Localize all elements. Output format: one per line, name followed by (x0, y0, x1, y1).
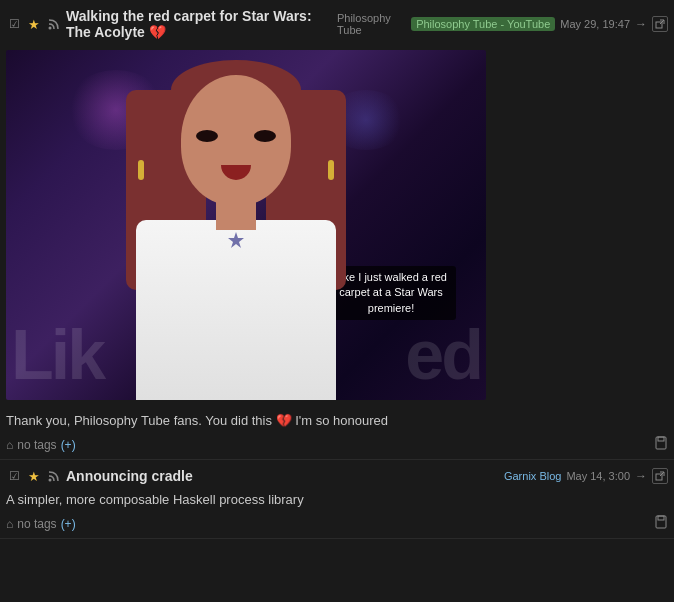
entry-2: ☑ ★ Announcing cradle Garnix Blog May 14… (0, 460, 674, 539)
entry-1-thumbnail[interactable]: Lik ed Like I just walked a red carpet a… (6, 50, 486, 400)
star-icon-1[interactable]: ★ (26, 16, 42, 32)
entry-2-body: A simpler, more composable Haskell proce… (6, 490, 668, 509)
entry-2-tag-add[interactable]: (+) (61, 517, 76, 531)
entry-1-tag-add[interactable]: (+) (61, 438, 76, 452)
svg-rect-10 (658, 516, 664, 520)
entry-1: ☑ ★ Walking the red carpet for Star Wars… (0, 0, 674, 460)
entry-2-date: May 14, 3:00 (566, 470, 630, 482)
entry-1-meta: Philosophy Tube - YouTube May 29, 19:47 … (411, 16, 668, 32)
rss-icon-1[interactable] (46, 16, 62, 32)
star-icon-2[interactable]: ★ (26, 468, 42, 484)
entry-1-tags-label: no tags (17, 438, 56, 452)
entry-2-save[interactable] (654, 515, 668, 532)
entry-2-meta: Garnix Blog May 14, 3:00 → (504, 468, 668, 484)
entry-2-header: ☑ ★ Announcing cradle Garnix Blog May 14… (6, 468, 668, 484)
entry-1-header-left: ☑ ★ Walking the red carpet for Star Wars… (6, 8, 399, 40)
arrow-icon-2[interactable]: → (635, 469, 647, 483)
rss-icon-2[interactable] (46, 468, 62, 484)
check-icon-2[interactable]: ☑ (6, 468, 22, 484)
entry-2-tags-label: no tags (17, 517, 56, 531)
entry-1-save[interactable] (654, 436, 668, 453)
svg-point-0 (49, 27, 52, 30)
entry-1-date: May 29, 19:47 (560, 18, 630, 30)
svg-marker-3 (228, 232, 244, 248)
thumbnail-image: Lik ed Like I just walked a red carpet a… (6, 50, 486, 400)
thumbnail-bg-left: Lik (11, 320, 103, 390)
entry-1-body: Thank you, Philosophy Tube fans. You did… (6, 411, 668, 430)
thumbnail-bg-right: ed (405, 320, 481, 390)
entry-2-tags-row: ⌂ no tags (+) (6, 515, 668, 532)
external-icon-2[interactable] (652, 468, 668, 484)
entry-2-source[interactable]: Garnix Blog (504, 470, 561, 482)
arrow-icon-1[interactable]: → (635, 17, 647, 31)
folder-icon-1: ⌂ (6, 438, 13, 452)
folder-icon-2: ⌂ (6, 517, 13, 531)
entry-2-header-left: ☑ ★ Announcing cradle (6, 468, 492, 484)
entry-1-source[interactable]: Philosophy Tube - YouTube (411, 17, 555, 31)
svg-point-6 (49, 479, 52, 482)
entry-2-title[interactable]: Announcing cradle (66, 468, 193, 484)
check-icon-1[interactable]: ☑ (6, 16, 22, 32)
entry-1-title[interactable]: Walking the red carpet for Star Wars: Th… (66, 8, 333, 40)
external-icon-1[interactable] (652, 16, 668, 32)
svg-rect-5 (658, 437, 664, 441)
entry-1-tags-row: ⌂ no tags (+) (6, 436, 668, 453)
entry-1-subtitle: Philosophy Tube (337, 12, 399, 36)
entry-1-header: ☑ ★ Walking the red carpet for Star Wars… (6, 8, 668, 40)
